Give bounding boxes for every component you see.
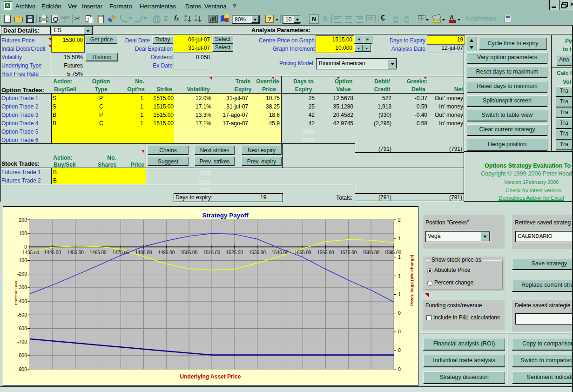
- svg-text:0: 0: [398, 329, 401, 334]
- svg-text:1575.00: 1575.00: [340, 250, 357, 255]
- svg-text:1515.00: 1515.00: [203, 250, 221, 255]
- svg-text:1: 1: [398, 236, 401, 241]
- svg-text:200: 200: [19, 217, 27, 223]
- svg-text:-100: -100: [17, 257, 27, 263]
- svg-text:Profit or Loss: Profit or Loss: [14, 280, 18, 305]
- svg-text:1595.00: 1595.00: [384, 250, 402, 255]
- svg-text:-900: -900: [17, 366, 27, 372]
- svg-text:-300: -300: [17, 284, 27, 290]
- svg-text:1445.00: 1445.00: [44, 250, 61, 255]
- svg-text:2: 2: [398, 217, 401, 223]
- svg-text:1455.00: 1455.00: [67, 250, 84, 255]
- svg-text:1535.00: 1535.00: [249, 250, 266, 255]
- svg-text:0: 0: [398, 366, 401, 372]
- svg-text:1505.00: 1505.00: [181, 250, 198, 255]
- svg-text:Posn. Vega (p% change): Posn. Vega (p% change): [409, 255, 414, 306]
- svg-text:0: 0: [398, 347, 401, 353]
- svg-text:100: 100: [19, 230, 27, 236]
- svg-text:0: 0: [24, 244, 27, 250]
- svg-text:1: 1: [398, 291, 401, 297]
- svg-text:1495.00: 1495.00: [158, 250, 175, 255]
- svg-text:Strategy Payoff: Strategy Payoff: [202, 212, 249, 219]
- svg-text:-700: -700: [17, 339, 27, 345]
- svg-text:1565.00: 1565.00: [317, 250, 334, 255]
- svg-text:-800: -800: [17, 352, 27, 358]
- svg-text:-600: -600: [17, 325, 27, 331]
- svg-text:1: 1: [398, 273, 401, 278]
- svg-text:1585.00: 1585.00: [363, 250, 380, 255]
- svg-text:Underlying Asset Price: Underlying Asset Price: [180, 373, 241, 380]
- svg-text:-200: -200: [17, 271, 27, 277]
- svg-text:-400: -400: [17, 298, 27, 304]
- svg-text:0: 0: [398, 310, 401, 316]
- svg-text:1525.00: 1525.00: [226, 250, 243, 255]
- svg-text:-500: -500: [17, 312, 27, 318]
- svg-text:1465.00: 1465.00: [90, 250, 107, 255]
